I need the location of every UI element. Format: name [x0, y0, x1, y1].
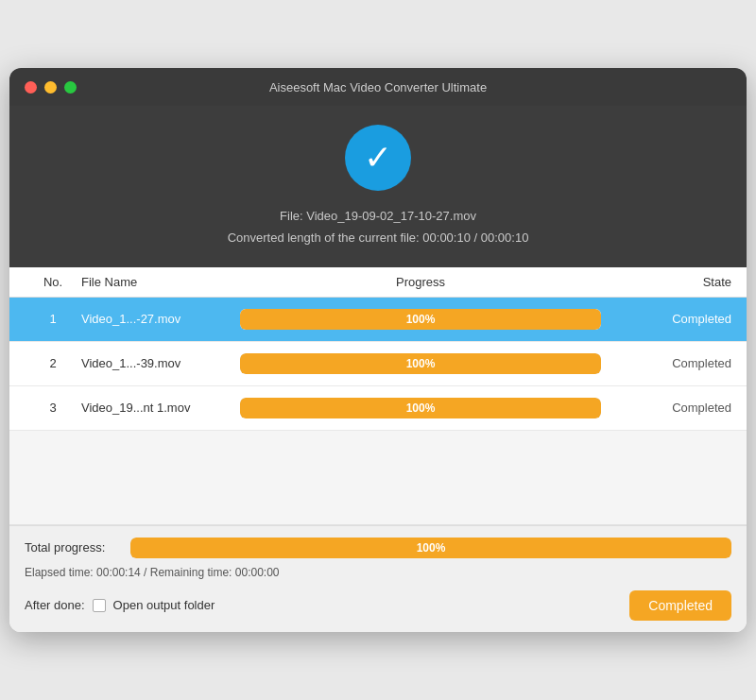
converted-length: Converted length of the current file: 00… [228, 228, 529, 248]
progress-fill: 100% [240, 398, 601, 418]
after-done-row: After done: Open output folder Completed [25, 590, 731, 621]
open-folder-checkbox[interactable] [93, 599, 106, 612]
check-circle: ✓ [345, 125, 411, 191]
row-filename: Video_1...-27.mov [81, 312, 232, 326]
app-window: Aiseesoft Mac Video Converter Ultimate ✓… [9, 68, 747, 631]
row-number: 3 [25, 401, 81, 415]
elapsed-text: Elapsed time: 00:00:14 / Remaining time:… [25, 566, 731, 579]
close-button[interactable] [25, 81, 37, 94]
after-done-left: After done: Open output folder [25, 598, 215, 612]
row-filename: Video_1...-39.mov [81, 356, 232, 370]
progress-label: 100% [406, 357, 436, 370]
table-row[interactable]: 2 Video_1...-39.mov 100% Completed [9, 342, 747, 386]
table-row[interactable]: 3 Video_19...nt 1.mov 100% Completed [9, 386, 747, 431]
row-filename: Video_19...nt 1.mov [81, 401, 232, 415]
table-header: No. File Name Progress State [9, 267, 747, 298]
row-state: Completed [609, 356, 731, 370]
file-label: File: Video_19-09-02_17-10-27.mov [228, 206, 529, 227]
footer: Total progress: 100% Elapsed time: 00:00… [9, 525, 747, 632]
total-progress-label: Total progress: [25, 540, 119, 555]
checkmark-icon: ✓ [364, 141, 392, 175]
total-progress-row: Total progress: 100% [25, 538, 731, 558]
progress-label: 100% [406, 401, 436, 415]
total-progress-bar: 100% [130, 538, 731, 558]
row-state: Completed [609, 401, 731, 415]
minimize-button[interactable] [44, 81, 57, 94]
row-number: 1 [25, 312, 81, 326]
after-done-label: After done: [25, 598, 85, 612]
file-info: File: Video_19-09-02_17-10-27.mov Conver… [228, 206, 529, 248]
progress-bar: 100% [240, 309, 601, 330]
titlebar: Aiseesoft Mac Video Converter Ultimate [9, 68, 747, 106]
col-header-no: No. [25, 275, 81, 289]
window-title: Aiseesoft Mac Video Converter Ultimate [269, 80, 487, 94]
file-table: No. File Name Progress State 1 Video_1..… [9, 267, 747, 525]
empty-area [9, 431, 747, 525]
total-progress-fill: 100% [130, 538, 731, 558]
traffic-lights [25, 81, 77, 94]
total-progress-value: 100% [417, 541, 446, 555]
maximize-button[interactable] [64, 81, 77, 94]
col-header-progress: Progress [232, 275, 609, 289]
table-row[interactable]: 1 Video_1...-27.mov 100% Completed [9, 298, 747, 342]
progress-fill: 100% [240, 309, 601, 330]
row-state: Completed [609, 312, 731, 326]
progress-label: 100% [406, 313, 436, 326]
col-header-state: State [609, 275, 731, 289]
progress-bar: 100% [240, 353, 601, 374]
completed-button[interactable]: Completed [629, 590, 731, 621]
open-folder-label: Open output folder [113, 598, 215, 612]
header-panel: ✓ File: Video_19-09-02_17-10-27.mov Conv… [9, 106, 747, 266]
progress-fill: 100% [240, 353, 601, 374]
row-number: 2 [25, 356, 81, 370]
col-header-filename: File Name [81, 275, 232, 289]
progress-bar: 100% [240, 398, 601, 418]
